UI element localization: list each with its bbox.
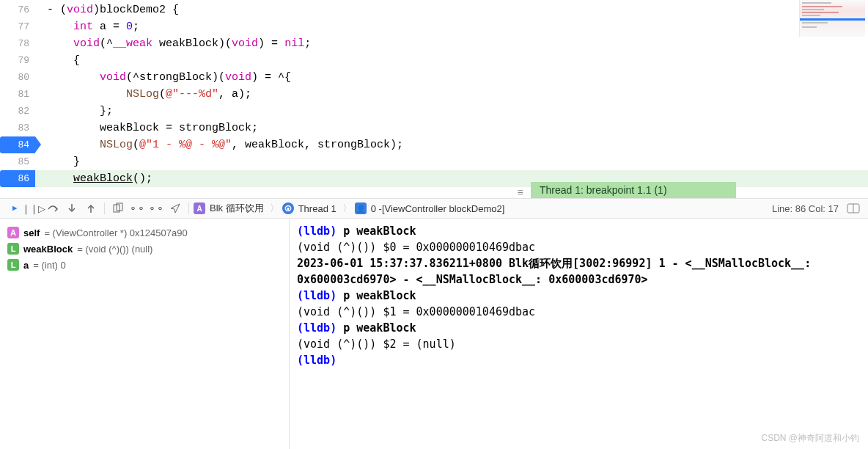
line-number[interactable]: 83 xyxy=(0,120,29,136)
line-number[interactable]: 79 xyxy=(0,52,29,69)
minimap[interactable] xyxy=(799,0,865,37)
code-line[interactable]: { xyxy=(35,52,868,69)
editor-area: 76 77 78 79 80 81 82 83 84 85 86 - (void… xyxy=(0,0,868,198)
continue-button[interactable]: ❘❘▷ xyxy=(25,201,43,216)
console-line[interactable]: (lldb) xyxy=(297,352,861,368)
chevron-icon: 〉 xyxy=(342,202,352,215)
target-icon: A xyxy=(194,202,205,214)
step-out-button[interactable] xyxy=(82,201,100,216)
console-line: (void (^)()) $0 = 0x000000010469dbac xyxy=(297,239,861,255)
breakpoint-line-86[interactable]: 86 xyxy=(0,170,35,187)
breakpoint-line-84[interactable]: 84 xyxy=(0,136,35,153)
console-line: 2023-06-01 15:37:37.836211+0800 Blk循环饮用[… xyxy=(297,255,861,288)
line-col-indicator: Line: 86 Col: 17 xyxy=(772,203,839,214)
console-line: (void (^)()) $1 = 0x000000010469dbac xyxy=(297,304,861,320)
panel-toggle-button[interactable] xyxy=(845,201,862,216)
variable-row[interactable]: L weakBlock = (void (^)()) (null) xyxy=(7,241,282,257)
view-debug-button[interactable] xyxy=(109,201,127,216)
step-into-button[interactable] xyxy=(63,201,81,216)
code-content[interactable]: - (void)blockDemo2 { int a = 0; void(^__… xyxy=(35,0,868,198)
line-number[interactable]: 77 xyxy=(0,18,29,35)
code-line[interactable]: weakBlock = strongBlock; xyxy=(35,120,868,136)
code-line[interactable]: } xyxy=(35,153,868,170)
variable-value: = (void (^)()) (null) xyxy=(77,244,152,255)
console-panel[interactable]: (lldb) p weakBlock (void (^)()) $0 = 0x0… xyxy=(290,219,868,449)
code-line[interactable]: void(^strongBlock)(void) = ^{ xyxy=(35,69,868,86)
variable-row[interactable]: L a = (int) 0 xyxy=(7,257,282,273)
variable-value: = (int) 0 xyxy=(33,260,65,271)
code-line[interactable]: - (void)blockDemo2 { xyxy=(35,1,868,18)
console-line: (lldb) p weakBlock xyxy=(297,223,861,239)
line-number[interactable]: 81 xyxy=(0,86,29,103)
variable-name: a xyxy=(23,260,29,271)
line-number-gutter[interactable]: 76 77 78 79 80 81 82 83 84 85 86 xyxy=(0,0,35,198)
variable-kind-badge: A xyxy=(7,227,19,238)
line-number[interactable]: 78 xyxy=(0,35,29,52)
line-number[interactable]: 85 xyxy=(0,153,29,170)
debug-bottom-area: A self = (ViewController *) 0x124507a90 … xyxy=(0,219,868,449)
pause-button[interactable] xyxy=(6,201,23,216)
variable-row[interactable]: A self = (ViewController *) 0x124507a90 xyxy=(7,224,282,241)
code-line[interactable]: NSLog(@"---%d", a); xyxy=(35,86,868,103)
code-line[interactable]: void(^__weak weakBlock)(void) = nil; xyxy=(35,35,868,52)
console-line: (lldb) p weakBlock xyxy=(297,320,861,336)
line-number[interactable]: 82 xyxy=(0,103,29,120)
code-line[interactable]: }; xyxy=(35,103,868,120)
environment-button[interactable]: ⚬⚬ xyxy=(147,201,165,216)
code-line[interactable]: int a = 0; xyxy=(35,18,868,35)
thread-icon: ⦿ xyxy=(282,202,294,214)
code-line[interactable]: NSLog(@"1 - %@ - %@", weakBlock, strongB… xyxy=(35,136,868,153)
watermark: CSDN @神奇阿道和小钧 xyxy=(761,432,859,445)
variable-kind-badge: L xyxy=(7,259,19,271)
step-over-button[interactable] xyxy=(44,201,62,216)
line-number[interactable]: 80 xyxy=(0,69,29,86)
variable-value: = (ViewController *) 0x124507a90 xyxy=(44,227,187,238)
line-menu-icon[interactable]: ≡ xyxy=(518,185,523,198)
thread-label[interactable]: Thread 1 xyxy=(298,203,336,214)
memory-graph-button[interactable]: ⚬⚬ xyxy=(128,201,146,216)
frame-label[interactable]: 0 -[ViewController blockDemo2] xyxy=(371,203,505,214)
code-line-current[interactable]: weakBlock(); xyxy=(35,170,868,187)
console-line: (void (^)()) $2 = (null) xyxy=(297,336,861,352)
variable-name: weakBlock xyxy=(23,244,73,255)
debug-toolbar: ❘❘▷ ⚬⚬ ⚬⚬ A Blk 循环饮用 〉 ⦿ Thread 1 〉 👤 0 … xyxy=(0,198,868,219)
line-number[interactable]: 76 xyxy=(0,1,29,18)
console-line: (lldb) p weakBlock xyxy=(297,288,861,304)
chevron-icon: 〉 xyxy=(270,202,279,215)
thread-breakpoint-badge[interactable]: Thread 1: breakpoint 1.1 (1) xyxy=(531,182,736,198)
variable-name: self xyxy=(23,227,40,238)
frame-icon: 👤 xyxy=(355,202,367,214)
target-label[interactable]: Blk 循环饮用 xyxy=(210,202,264,215)
location-button[interactable] xyxy=(166,201,184,216)
variable-kind-badge: L xyxy=(7,243,19,255)
variables-panel[interactable]: A self = (ViewController *) 0x124507a90 … xyxy=(0,219,290,449)
